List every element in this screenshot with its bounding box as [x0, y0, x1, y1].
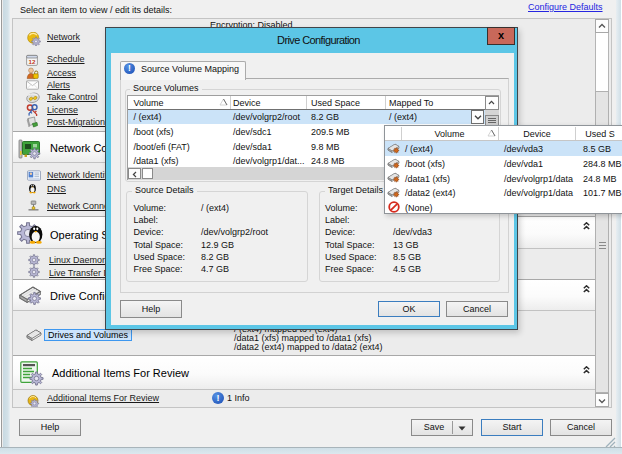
svg-text:12: 12 [29, 58, 36, 65]
